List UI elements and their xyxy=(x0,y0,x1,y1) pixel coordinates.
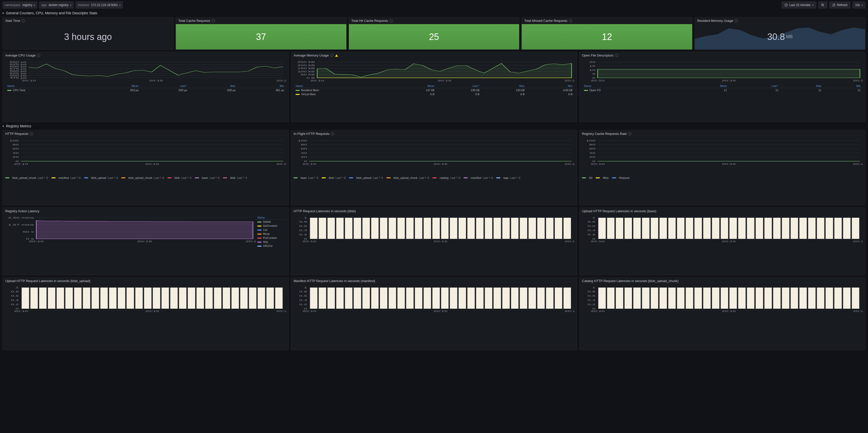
zoom-out-button[interactable] xyxy=(818,1,827,8)
svg-rect-259 xyxy=(319,287,326,309)
warning-icon[interactable] xyxy=(335,54,338,57)
svg-rect-141 xyxy=(467,218,475,239)
legend-item[interactable]: blobLast *: 0 xyxy=(223,176,247,179)
panel-title: Catalog HTTP Request Latencies in second… xyxy=(582,279,678,283)
panel-start-time[interactable]: Start Time i 3 hours ago xyxy=(2,17,174,50)
svg-text:0.4: 0.4 xyxy=(588,299,595,301)
legend: Name DeleteGetContentListMovePutContentS… xyxy=(256,216,286,250)
panel-action-latency[interactable]: Registry Action Latency 0 s50 s1.67 mins… xyxy=(2,208,289,275)
svg-text:0: 0 xyxy=(16,160,19,162)
legend-item[interactable]: blob_uploadLast *: 0 xyxy=(84,176,118,179)
svg-rect-177 xyxy=(677,218,684,239)
panel-avg-cpu[interactable]: Average CPU Usage i 475 µs500 µs525 µs55… xyxy=(2,52,289,122)
panel-latency-manifest[interactable]: Manifest HTTP Request Latencies in secon… xyxy=(291,277,577,350)
panel-latency-base[interactable]: Upload HTTP Request Latencies in seconds… xyxy=(579,208,866,275)
svg-rect-216 xyxy=(48,287,55,309)
panel-open-fd[interactable]: Open File Descriptors i 0510152020:1020:… xyxy=(579,52,866,122)
chevron-down-icon: ▾ xyxy=(34,4,37,6)
timerange-picker[interactable]: Last 15 minutes ▾ xyxy=(782,1,816,8)
panel-http-requests[interactable]: HTTP Requests i 02040608010020:1020:1520… xyxy=(2,130,289,206)
svg-rect-218 xyxy=(65,287,73,309)
svg-text:20:15: 20:15 xyxy=(722,240,736,243)
panel-total-cache[interactable]: Total Cache Requests i 37 xyxy=(176,17,347,50)
svg-text:1: 1 xyxy=(592,286,595,289)
svg-rect-272 xyxy=(432,287,440,309)
svg-rect-263 xyxy=(353,287,361,309)
legend-item[interactable]: Request xyxy=(612,176,629,179)
info-icon[interactable]: i xyxy=(390,19,393,22)
panel-latency-blob[interactable]: HTTP Request Latencies in seconds (blob)… xyxy=(291,208,577,275)
svg-rect-276 xyxy=(467,287,475,309)
svg-text:0.8: 0.8 xyxy=(588,290,595,293)
legend-item[interactable]: baseLast *: 0 xyxy=(195,176,219,179)
info-icon[interactable]: i xyxy=(30,132,33,135)
svg-text:20: 20 xyxy=(301,155,307,158)
legend-item[interactable]: manifestLast *: 0 xyxy=(52,176,81,179)
stat-value: 12 xyxy=(522,24,692,50)
legend-item[interactable]: Miss xyxy=(596,176,609,179)
panel-total-hit[interactable]: Total Hit Cache Requests i 25 xyxy=(349,17,520,50)
svg-rect-320 xyxy=(747,287,754,309)
legend-item[interactable]: baseLast *: 0 xyxy=(293,176,318,179)
section-title: Registry Metrics xyxy=(6,124,31,128)
panel-total-miss[interactable]: Total Missed Cache Requests i 12 xyxy=(521,17,692,50)
legend: blob_upload_chunkLast *: 0manifestLast *… xyxy=(3,175,288,181)
legend-item[interactable]: blobLast *: 0 xyxy=(322,176,346,179)
panel-avg-mem[interactable]: Average Memory Usage i 0 B50 kB100 kB150… xyxy=(291,52,577,122)
info-icon[interactable]: i xyxy=(331,132,334,135)
info-icon[interactable]: i xyxy=(212,19,215,22)
toolbar-controls: Last 15 minutes ▾ Refresh 10s ▾ xyxy=(782,1,866,8)
svg-rect-321 xyxy=(755,287,763,309)
variable-filters: namespace registry ▾ app docker-registry… xyxy=(2,1,123,8)
filter-app[interactable]: app docker-registry ▾ xyxy=(39,1,73,8)
panel-inflight[interactable]: In-Flight HTTP Requests i 02040608010020… xyxy=(291,130,577,206)
svg-rect-175 xyxy=(659,218,667,239)
svg-text:20:10: 20:10 xyxy=(591,162,605,165)
svg-text:0.2: 0.2 xyxy=(299,233,307,236)
svg-rect-189 xyxy=(782,218,789,239)
legend-item[interactable]: Hit xyxy=(582,176,592,179)
legend-item[interactable]: catalogLast *: 0 xyxy=(433,176,460,179)
panel-latency-catalog[interactable]: Catalog HTTP Request Latencies in second… xyxy=(579,277,866,350)
chevron-down-icon: ▾ xyxy=(2,11,4,15)
panel-title: Average CPU Usage xyxy=(5,54,35,57)
filter-instance[interactable]: instance 172.22.119.18:5001 ▾ xyxy=(75,1,123,8)
legend-item[interactable]: blob_uploadLast *: 0 xyxy=(349,176,383,179)
panel-cache-rate[interactable]: Registry Cache Requests Rate i 020406080… xyxy=(579,130,866,206)
legend-item[interactable]: tagsLast *: 0 xyxy=(496,176,520,179)
panel-resident-mem-stat[interactable]: Resident Memory Usage i 30.8 MB xyxy=(694,17,866,50)
svg-text:0 B: 0 B xyxy=(306,76,315,79)
info-icon[interactable]: i xyxy=(330,54,334,57)
refresh-interval-picker[interactable]: 10s ▾ xyxy=(852,1,866,8)
svg-text:20:20: 20:20 xyxy=(276,310,286,313)
info-icon[interactable]: i xyxy=(22,19,25,22)
cpu-chart: 475 µs500 µs525 µs550 µs575 µs600 µs625 … xyxy=(5,60,286,82)
section-registry-header[interactable]: ▾ Registry Metrics xyxy=(2,124,866,128)
svg-text:20:15: 20:15 xyxy=(434,240,447,243)
info-icon[interactable]: i xyxy=(735,19,738,22)
panel-latency-blob-upload[interactable]: Upload HTTP Request Latencies in seconds… xyxy=(2,277,289,350)
filter-namespace[interactable]: namespace registry ▾ xyxy=(2,1,37,8)
svg-text:0: 0 xyxy=(304,238,307,240)
info-icon[interactable]: i xyxy=(628,132,631,135)
legend-item[interactable]: manifestLast *: 0 xyxy=(464,176,493,179)
svg-rect-324 xyxy=(782,287,789,309)
svg-rect-176 xyxy=(668,218,676,239)
refresh-button[interactable]: Refresh xyxy=(829,1,850,8)
svg-text:20:10: 20:10 xyxy=(591,79,605,82)
svg-rect-143 xyxy=(485,218,492,239)
section-general-header[interactable]: ▾ General Counters, CPU, Memory and File… xyxy=(2,11,866,15)
legend-item[interactable]: blobLast *: 0 xyxy=(167,176,191,179)
svg-text:20:15: 20:15 xyxy=(137,240,152,243)
svg-text:1: 1 xyxy=(304,286,307,289)
info-icon[interactable]: i xyxy=(37,54,40,57)
svg-text:20:20: 20:20 xyxy=(276,162,286,165)
info-icon[interactable]: i xyxy=(569,19,572,22)
info-icon[interactable]: i xyxy=(615,54,618,57)
svg-rect-327 xyxy=(808,287,815,309)
legend-item[interactable]: blob_upload_chunkLast *: 0 xyxy=(121,176,164,179)
legend-item[interactable]: blob_upload_chunkLast *: 0 xyxy=(386,176,429,179)
svg-text:0: 0 xyxy=(304,160,307,162)
legend-item[interactable]: blob_upload_chunkLast *: 0 xyxy=(5,176,48,179)
svg-text:20:10: 20:10 xyxy=(29,240,44,243)
